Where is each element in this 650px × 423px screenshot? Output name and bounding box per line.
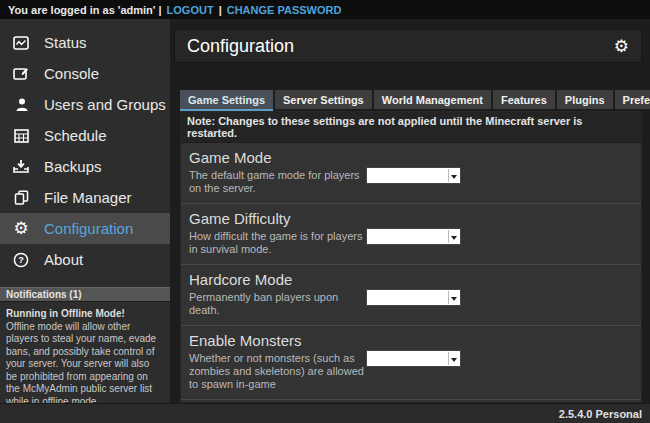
game-mode-select[interactable] [366, 167, 461, 184]
tab-world-management[interactable]: World Management [374, 90, 491, 109]
setting-description: Permanently ban players upon death. [189, 291, 367, 317]
change-password-link[interactable]: CHANGE PASSWORD [227, 4, 342, 16]
setting-title: Game Mode [189, 149, 633, 166]
notifications-header: Notifications (1) [0, 287, 170, 302]
sidebar-item-label: Status [44, 34, 87, 51]
tab-bar: Game Settings Server Settings World Mana… [180, 90, 642, 109]
notification-text: Offline mode will allow other players to… [6, 321, 162, 409]
topbar-separator: | [219, 4, 222, 16]
sidebar-item-users-and-groups[interactable]: Users and Groups [0, 89, 170, 120]
tab-features[interactable]: Features [493, 90, 555, 109]
backups-icon [12, 158, 30, 176]
users-icon [12, 96, 30, 114]
sidebar-item-file-manager[interactable]: File Manager [0, 182, 170, 213]
tab-preferences[interactable]: Preferences [615, 90, 650, 109]
version-text: 2.5.4.0 Personal [559, 408, 642, 420]
restart-note: Note: Changes to these settings are not … [181, 112, 641, 143]
sidebar: Status Console Users and Groups Schedule [0, 19, 170, 403]
tab-server-settings[interactable]: Server Settings [275, 90, 372, 109]
sidebar-item-label: About [44, 251, 83, 268]
sidebar-item-schedule[interactable]: Schedule [0, 120, 170, 151]
console-icon [12, 65, 30, 83]
setting-game-difficulty: Game Difficulty How difficult the game i… [181, 204, 641, 265]
gear-icon: ⚙ [12, 220, 30, 238]
sidebar-item-label: Backups [44, 158, 102, 175]
setting-description: Whether or not monsters (such as zombies… [189, 352, 367, 391]
tab-plugins[interactable]: Plugins [557, 90, 613, 109]
panel-header: Configuration ⚙ [174, 29, 642, 63]
sidebar-item-console[interactable]: Console [0, 58, 170, 89]
notification-title: Running in Offline Mode! [6, 308, 162, 321]
game-difficulty-select[interactable] [366, 228, 461, 245]
setting-hardcore-mode: Hardcore Mode Permanently ban players up… [181, 265, 641, 326]
setting-description: The default game mode for players on the… [189, 169, 367, 195]
sidebar-item-label: File Manager [44, 189, 132, 206]
status-chart-icon [12, 34, 30, 52]
sidebar-item-label: Console [44, 65, 99, 82]
schedule-icon [12, 127, 30, 145]
topbar: You are logged in as 'admin' | LOGOUT | … [0, 0, 650, 19]
sidebar-item-status[interactable]: Status [0, 27, 170, 58]
setting-title: Game Difficulty [189, 210, 633, 227]
notifications-body: Running in Offline Mode! Offline mode wi… [0, 302, 170, 408]
logout-link[interactable]: LOGOUT [167, 4, 214, 16]
enable-monsters-select[interactable] [366, 350, 461, 367]
tab-game-settings[interactable]: Game Settings [180, 90, 273, 109]
footer-bar: 2.5.4.0 Personal [0, 403, 650, 423]
page-title: Configuration [187, 36, 294, 57]
file-manager-icon [12, 189, 30, 207]
svg-text:?: ? [18, 255, 24, 265]
sidebar-nav: Status Console Users and Groups Schedule [0, 19, 170, 275]
hardcore-mode-select[interactable] [366, 289, 461, 306]
sidebar-item-about[interactable]: ? About [0, 244, 170, 275]
sidebar-item-label: Configuration [44, 220, 133, 237]
setting-title: Hardcore Mode [189, 271, 633, 288]
sidebar-item-label: Users and Groups [44, 96, 166, 113]
setting-enable-monsters: Enable Monsters Whether or not monsters … [181, 326, 641, 400]
sidebar-item-backups[interactable]: Backups [0, 151, 170, 182]
sidebar-item-configuration[interactable]: ⚙ Configuration [0, 213, 170, 244]
settings-gear-icon[interactable]: ⚙ [614, 36, 629, 57]
setting-game-mode: Game Mode The default game mode for play… [181, 143, 641, 204]
question-icon: ? [12, 251, 30, 269]
logged-in-text: You are logged in as 'admin' | [8, 4, 162, 16]
main-area: Configuration ⚙ Game Settings Server Set… [170, 19, 650, 403]
settings-panel: Note: Changes to these settings are not … [180, 111, 642, 403]
setting-description: How difficult the game is for players in… [189, 230, 367, 256]
setting-title: Enable Monsters [189, 332, 633, 349]
sidebar-item-label: Schedule [44, 127, 107, 144]
